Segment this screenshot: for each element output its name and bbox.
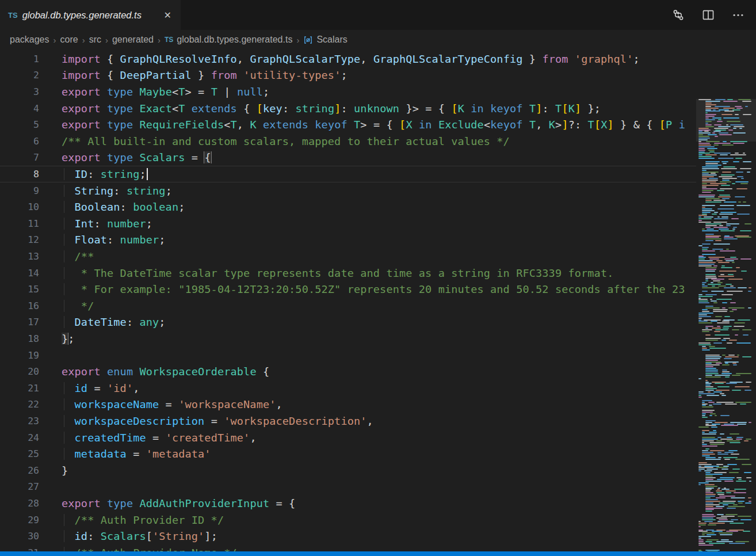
line-number[interactable]: 15 — [0, 284, 62, 295]
line-number[interactable]: 26 — [0, 465, 62, 476]
minimap-line — [716, 260, 723, 261]
line-number[interactable]: 25 — [0, 448, 62, 459]
code-line[interactable]: 2import { DeepPartial } from 'utility-ty… — [0, 67, 696, 84]
line-number[interactable]: 2 — [0, 70, 62, 81]
code-line[interactable]: 5export type RequireFields<T, K extends … — [0, 116, 696, 133]
minimap-line — [707, 534, 716, 535]
line-number[interactable]: 12 — [0, 234, 62, 245]
minimap-line — [715, 99, 726, 100]
line-number[interactable]: 7 — [0, 152, 62, 163]
line-number[interactable]: 28 — [0, 498, 62, 509]
close-icon[interactable]: ✕ — [162, 9, 174, 22]
code-line[interactable]: 24 createdTime = 'createdTime', — [0, 429, 696, 446]
minimap-line — [718, 276, 735, 277]
line-number[interactable]: 27 — [0, 481, 62, 492]
minimap-line — [715, 415, 717, 416]
minimap-line — [702, 214, 707, 215]
breadcrumb-item-generated[interactable]: generated — [112, 35, 154, 45]
minimap-line — [705, 384, 711, 386]
minimap-line — [746, 382, 751, 383]
line-number[interactable]: 24 — [0, 432, 62, 443]
breadcrumb-item-core[interactable]: core — [60, 35, 78, 45]
minimap-line — [748, 497, 751, 498]
minimap-line — [705, 269, 716, 270]
minimap-line — [702, 534, 705, 535]
minimap-line — [722, 172, 731, 173]
open-changes-button[interactable] — [671, 7, 686, 22]
code-line[interactable]: 16 */ — [0, 298, 696, 314]
code-line[interactable]: 29 /** Auth Provider ID */ — [0, 512, 696, 528]
code-line[interactable]: 21 id = 'id', — [0, 380, 696, 397]
code-line[interactable]: 13 /** — [0, 248, 696, 265]
line-number[interactable]: 13 — [0, 251, 62, 262]
tab-global-db-types[interactable]: TS global.db.types.generated.ts ✕ — [0, 0, 181, 30]
code-line[interactable]: 18}; — [0, 330, 696, 347]
line-number[interactable]: 5 — [0, 119, 62, 130]
line-number[interactable]: 30 — [0, 531, 62, 542]
minimap-line — [713, 342, 722, 344]
code-line[interactable]: 9 String: string; — [0, 182, 696, 199]
line-number[interactable]: 20 — [0, 366, 62, 377]
code-line[interactable]: 11 Int: number; — [0, 215, 696, 232]
code-line[interactable]: 25 metadata = 'metadata' — [0, 445, 696, 462]
minimap[interactable] — [696, 99, 756, 556]
minimap-line — [729, 530, 744, 531]
minimap-line — [702, 452, 713, 453]
split-editor-button[interactable] — [701, 7, 716, 22]
minimap-line — [702, 174, 717, 176]
line-number[interactable]: 22 — [0, 399, 62, 410]
line-number[interactable]: 29 — [0, 515, 62, 525]
line-number[interactable]: 16 — [0, 300, 62, 311]
line-number[interactable]: 21 — [0, 383, 62, 394]
code-line[interactable]: 20export enum WorkspaceOrderable { — [0, 363, 696, 380]
code-line[interactable]: 4export type Exact<T extends { [key: str… — [0, 100, 696, 117]
minimap-line — [722, 144, 734, 146]
code-line[interactable]: 8 ID: string; — [0, 166, 696, 182]
line-number[interactable]: 4 — [0, 103, 62, 114]
code-line[interactable]: 12 Float: number; — [0, 232, 696, 249]
minimap-line — [731, 497, 746, 498]
breadcrumb-item-packages[interactable]: packages — [10, 35, 49, 45]
code-line[interactable]: 15 * For example: "1985-04-12T23:20:50.5… — [0, 281, 696, 298]
code-line[interactable]: 3export type Maybe<T> = T | null; — [0, 83, 696, 100]
minimap-line — [720, 205, 734, 206]
breadcrumb-item-global-db-types-generated-ts[interactable]: TSglobal.db.types.generated.ts — [165, 35, 292, 45]
code-line[interactable]: 6/** All built-in and custom scalars, ma… — [0, 133, 696, 150]
code-line[interactable]: 23 workspaceDescription = 'workspaceDesc… — [0, 413, 696, 429]
minimap-line — [735, 334, 738, 336]
minimap-line — [721, 516, 735, 517]
code-content: * For example: "1985-04-12T23:20:50.52Z"… — [62, 283, 696, 295]
code-line[interactable]: 22 workspaceName = 'workspaceName', — [0, 397, 696, 413]
code-line[interactable]: 17 DateTime: any; — [0, 314, 696, 331]
code-line[interactable]: 7export type Scalars = { — [0, 150, 696, 166]
breadcrumb-item-scalars[interactable]: Scalars — [303, 35, 347, 45]
line-number[interactable]: 17 — [0, 317, 62, 327]
line-number[interactable]: 6 — [0, 136, 62, 147]
code-line[interactable]: 30 id: Scalars['String']; — [0, 528, 696, 544]
line-number[interactable]: 14 — [0, 268, 62, 279]
line-number[interactable]: 1 — [0, 54, 62, 64]
breadcrumb-item-src[interactable]: src — [89, 35, 101, 45]
line-number[interactable]: 19 — [0, 350, 62, 361]
code-line[interactable]: 27 — [0, 479, 696, 496]
code-line[interactable]: 28export type AddAuthProviderInput = { — [0, 495, 696, 512]
line-number[interactable]: 3 — [0, 86, 62, 97]
line-number[interactable]: 18 — [0, 333, 62, 344]
code-line[interactable]: 10 Boolean: boolean; — [0, 199, 696, 215]
minimap-line — [698, 550, 701, 551]
minimap-line — [709, 543, 725, 544]
line-number[interactable]: 10 — [0, 201, 62, 212]
code-editor[interactable]: 1import { GraphQLResolveInfo, GraphQLSca… — [0, 49, 756, 556]
code-line[interactable]: 1import { GraphQLResolveInfo, GraphQLSca… — [0, 51, 696, 67]
code-line[interactable]: 26} — [0, 462, 696, 479]
minimap-line — [705, 488, 714, 489]
line-number[interactable]: 23 — [0, 416, 62, 426]
code-line[interactable]: 14 * The DateTime scalar type represents… — [0, 265, 696, 281]
minimap-line — [705, 382, 709, 383]
more-actions-button[interactable] — [731, 7, 746, 22]
line-number[interactable]: 9 — [0, 185, 62, 196]
line-number[interactable]: 8 — [0, 169, 62, 180]
code-line[interactable]: 19 — [0, 347, 696, 364]
minimap-line — [734, 489, 746, 490]
line-number[interactable]: 11 — [0, 218, 62, 229]
